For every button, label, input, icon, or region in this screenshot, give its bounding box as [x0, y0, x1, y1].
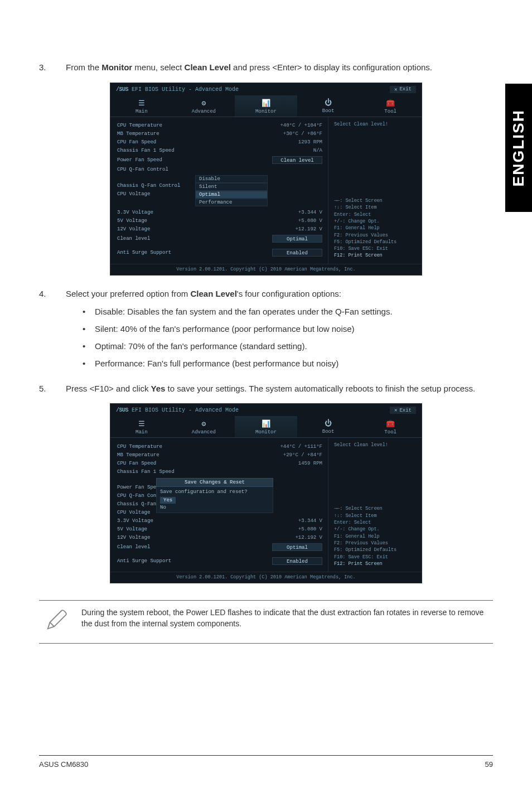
value-button[interactable]: Optimal — [272, 235, 322, 243]
bios-title: /SUS EFI BIOS Utility - Advanced Mode — [116, 86, 239, 93]
dd-optimal[interactable]: Optimal — [195, 191, 268, 199]
step-number: 3. — [39, 61, 50, 74]
value: +40°C / +104°F — [280, 123, 322, 128]
help-text: Select Clean level! — [334, 442, 416, 505]
hint: F1: General Help — [334, 533, 416, 540]
tab-label: Monitor — [255, 109, 277, 114]
row-clean-level[interactable]: Clean levelOptimal — [117, 234, 322, 244]
tab-boot[interactable]: ⏻Boot — [297, 416, 360, 437]
label: Chassis Fan 1 Speed — [117, 148, 175, 153]
tab-label: Tool — [384, 109, 396, 114]
label: CPU Temperature — [117, 444, 162, 450]
menu-name: Monitor — [101, 62, 132, 72]
text: and press <Enter> to display its configu… — [231, 62, 432, 72]
tab-monitor[interactable]: 📊Monitor — [235, 95, 297, 117]
label: 3.3V Voltage — [117, 518, 153, 524]
label: 12V Voltage — [117, 535, 150, 540]
asus-logo: /SUS — [116, 86, 128, 93]
hint: ↑↓: Select Item — [334, 204, 416, 211]
step-number: 4. — [39, 288, 50, 375]
button-name: Yes — [151, 384, 166, 393]
label: Chassis Fan 1 Speed — [117, 469, 175, 475]
bios-left-panel: CPU Temperature+40°C / +104°F MB Tempera… — [110, 117, 328, 264]
exit-button[interactable]: ✕Exit — [390, 407, 416, 414]
step-5: 5. Press <F10> and click Yes to save you… — [39, 383, 493, 395]
hint: F10: Save ESC: Exit — [334, 245, 416, 252]
value-button[interactable]: Enabled — [272, 249, 322, 257]
hint: Enter: Select — [334, 211, 416, 218]
value-button[interactable]: Optimal — [272, 543, 322, 551]
row-33v: 3.3V Voltage+3.344 V — [117, 516, 322, 525]
label: 12V Voltage — [117, 226, 150, 232]
step-4: 4. Select your preferred option from Cle… — [39, 288, 493, 375]
bios-screenshot-1: /SUS EFI BIOS Utility - Advanced Mode ✕E… — [110, 83, 422, 276]
tab-label: Main — [136, 109, 148, 114]
clean-level-box[interactable]: Clean level — [272, 156, 322, 164]
tab-label: Main — [136, 429, 148, 435]
label: MB Temperature — [117, 452, 159, 458]
hint: F1: General Help — [334, 225, 416, 231]
row-cpu-fan: CPU Fan Speed1459 RPM — [117, 459, 322, 467]
power-icon: ⏻ — [297, 419, 360, 428]
list-icon: ☰ — [110, 99, 173, 108]
asus-logo: /SUS — [116, 407, 128, 413]
bios-title-text: EFI BIOS Utility - Advanced Mode — [128, 86, 239, 93]
row-anti-surge[interactable]: Anti Surge SupportEnabled — [117, 248, 322, 258]
tab-main[interactable]: ☰Main — [110, 95, 173, 117]
hint: F12: Print Screen — [334, 561, 416, 567]
exit-button[interactable]: ✕Exit — [390, 86, 416, 93]
clean-level-dropdown[interactable]: Disable Silent Optimal Performance — [195, 175, 268, 206]
label: CPU Voltage — [117, 191, 150, 197]
option-name: Clean Level — [190, 289, 236, 298]
bullet-performance: Performance: Fan's full performance (bes… — [83, 357, 493, 369]
hint: F2: Previous Values — [334, 232, 416, 239]
row-5v: 5V Voltage+5.080 V — [117, 217, 322, 225]
tool-icon: 🧰 — [359, 419, 422, 428]
hint: F2: Previous Values — [334, 540, 416, 547]
tab-boot[interactable]: ⏻Boot — [297, 95, 360, 117]
tab-advanced[interactable]: ⚙Advanced — [173, 95, 235, 117]
tab-monitor[interactable]: 📊Monitor — [235, 416, 297, 437]
label: CPU Temperature — [117, 123, 162, 128]
label: Clean level — [117, 236, 150, 241]
footer-product: ASUS CM6830 — [39, 760, 88, 769]
text: From the — [66, 62, 101, 72]
row-cpu-fan: CPU Fan Speed1293 RPM — [117, 138, 322, 147]
dd-performance[interactable]: Performance — [195, 199, 268, 206]
row-chassis-fan: Chassis Fan 1 SpeedN/A — [117, 147, 322, 155]
value-button[interactable]: Enabled — [272, 557, 322, 565]
advanced-icon: ⚙ — [173, 99, 235, 108]
bullet-disable: Disable: Disables the fan system and the… — [83, 306, 493, 317]
label: 5V Voltage — [117, 526, 147, 532]
row-anti-surge[interactable]: Anti Surge SupportEnabled — [117, 555, 322, 566]
tab-tool[interactable]: 🧰Tool — [359, 95, 422, 117]
tab-advanced[interactable]: ⚙Advanced — [173, 416, 235, 437]
tab-main[interactable]: ☰Main — [110, 416, 173, 437]
note-text: During the system reboot, the Power LED … — [81, 607, 489, 629]
bios-version: Version 2.00.1201. Copyright (C) 2010 Am… — [110, 572, 422, 583]
dd-silent[interactable]: Silent — [195, 183, 268, 191]
exit-icon: ✕ — [394, 407, 397, 413]
key-hints: →←: Select Screen ↑↓: Select Item Enter:… — [334, 505, 416, 567]
bullet-silent: Silent: 40% of the fan's performance (po… — [83, 323, 493, 335]
dd-disable[interactable]: Disable — [195, 175, 268, 183]
dialog-yes[interactable]: Yes — [160, 497, 176, 504]
power-icon: ⏻ — [297, 99, 360, 107]
dialog-no[interactable]: No — [160, 505, 166, 510]
label: CPU Voltage — [117, 510, 150, 515]
text: Select your preferred option from — [66, 289, 190, 298]
step-text: Select your preferred option from Clean … — [66, 288, 493, 375]
tab-tool[interactable]: 🧰Tool — [359, 416, 422, 437]
value: +12.192 V — [295, 226, 322, 232]
row-clean-level[interactable]: Clean levelOptimal — [117, 542, 322, 552]
label: 5V Voltage — [117, 218, 147, 224]
bios-left-panel: CPU Temperature+44°C / +111°F MB Tempera… — [110, 438, 328, 572]
value: +3.344 V — [298, 518, 322, 524]
bios-version: Version 2.00.1201. Copyright (C) 2010 Am… — [110, 264, 422, 275]
label: Power Fan Speed — [117, 157, 162, 163]
key-hints: →←: Select Screen ↑↓: Select Item Enter:… — [334, 197, 416, 259]
sidetab-label: ENGLISH — [510, 109, 528, 186]
exit-label: Exit — [399, 86, 412, 92]
help-text: Select Clean level! — [334, 122, 416, 197]
save-dialog: Save Changes & Reset Save configuration … — [156, 478, 273, 513]
